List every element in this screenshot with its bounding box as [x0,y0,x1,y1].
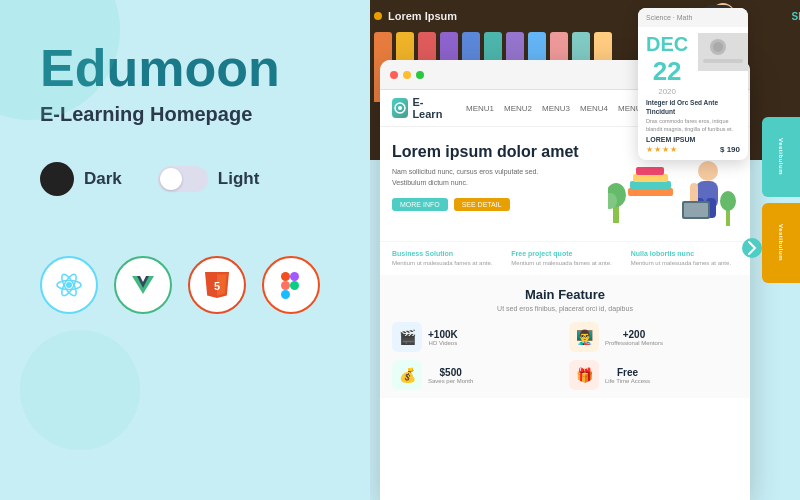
svg-rect-11 [281,290,290,299]
feature-label-2: Saves per Month [428,378,473,384]
feature-icon-0: 🎬 [392,322,422,352]
nav-items: MENU1 MENU2 MENU3 MENU4 MENU5 [466,104,646,113]
feature-text-3: Free Life Time Access [605,367,650,384]
float-card-image [698,33,748,71]
see-all-link[interactable]: SEE ALL → [792,11,800,22]
svg-point-24 [398,106,402,110]
toggle-switch[interactable] [158,166,208,192]
svg-point-16 [713,42,723,52]
float-card-heading: Integer id Orc Sed Ante Tincidunt [646,98,740,116]
stat-title-1: Free project quote [511,250,618,257]
left-panel: Edumoon E-Learning Homepage Dark Light [0,0,370,500]
feature-icon-1: 👨‍🏫 [569,322,599,352]
feature-count-0: +100K [428,329,458,340]
deco-circle-bottom [20,330,140,450]
feature-label-1: Proffessional Mentors [605,340,663,346]
deco-circle-top [0,0,120,120]
more-info-button[interactable]: MORE INFO [392,198,448,211]
float-card-day-num: 22 [646,56,688,87]
side-card-orange: Vestibulum [762,203,800,283]
toggle-knob [160,168,182,190]
stat-title-2: Nulla lobortis nunc [631,250,738,257]
svg-rect-26 [630,181,671,189]
feature-label-3: Life Time Access [605,378,650,384]
float-card-header: Science · Math [638,8,748,27]
dark-toggle-label: Dark [84,169,122,189]
brand-subtitle: E-Learning Homepage [40,103,340,126]
stat-item-1: Free project quote Mentium ut malesuada … [511,250,618,267]
svg-rect-28 [636,167,664,175]
svg-rect-9 [281,272,290,281]
float-card-lorem: LOREM IPSUM [646,136,740,143]
feature-item-1: 👨‍🏫 +200 Proffessional Mentors [569,322,738,352]
side-cards: Vestibulum Vestibulum [762,117,800,283]
elearn-logo-text: E-Learn [412,96,446,120]
nav-menu2[interactable]: MENU2 [504,104,532,113]
dark-toggle[interactable]: Dark [40,162,122,196]
right-arrow[interactable] [742,230,762,270]
float-card-category: Science · Math [646,14,692,21]
html5-icon[interactable]: 5 [188,256,246,314]
hero-buttons: MORE INFO SEE DETAIL [392,198,608,211]
browser-dot-yellow [403,71,411,79]
nav-menu3[interactable]: MENU3 [542,104,570,113]
feature-icon-2: 💰 [392,360,422,390]
main-feature-section: Main Feature Ut sed eros finibus, placer… [380,275,750,398]
stat-title-0: Business Solution [392,250,499,257]
hero-description: Nam sollicitud nunc, cursus eros vulputa… [392,167,572,188]
browser-dot-red [390,71,398,79]
right-panel: Lorem Ipsum SEE ALL → Science · Math DEC… [370,0,800,500]
light-toggle[interactable]: Light [158,166,260,192]
feature-label-0: HD Videos [428,340,458,346]
stat-desc-0: Mentium ut malesuada fames at ante. [392,259,499,267]
see-detail-button[interactable]: SEE DETAIL [454,198,510,211]
feature-title: Main Feature [392,287,738,302]
svg-rect-25 [628,188,673,196]
feature-text-1: +200 Proffessional Mentors [605,329,663,346]
theme-toggles: Dark Light [40,162,340,196]
light-toggle-label: Light [218,169,260,189]
dark-toggle-icon [40,162,74,196]
nav-menu4[interactable]: MENU4 [580,104,608,113]
feature-text-0: +100K HD Videos [428,329,458,346]
svg-point-32 [698,161,718,181]
svg-rect-27 [633,174,668,182]
float-card-stars: ★★★★ [646,145,678,154]
dot-icon [374,12,382,20]
svg-point-13 [290,281,299,290]
vue-icon[interactable] [114,256,172,314]
feature-text-2: $500 Saves per Month [428,367,473,384]
svg-rect-38 [684,203,708,217]
feature-count-3: Free [605,367,650,378]
react-icon[interactable] [40,256,98,314]
hero-text: Lorem ipsum dolor amet Nam sollicitud nu… [392,143,608,233]
feature-subtitle: Ut sed eros finibus, placerat orci id, d… [392,305,738,312]
stat-item-0: Business Solution Mentium ut malesuada f… [392,250,499,267]
svg-rect-17 [703,59,743,63]
svg-rect-12 [290,272,299,281]
feature-icon-3: 🎁 [569,360,599,390]
hero-title: Lorem ipsum dolor amet [392,143,608,161]
stat-desc-1: Mentium ut malesuada fames at ante. [511,259,618,267]
tech-icons-row: 5 [40,256,340,314]
stats-row: Business Solution Mentium ut malesuada f… [380,241,750,275]
float-card: Science · Math DEC 22 2020 Int [638,8,748,160]
feature-count-2: $500 [428,367,473,378]
float-card-price: $ 190 [720,145,740,154]
figma-icon[interactable] [262,256,320,314]
nav-menu1[interactable]: MENU1 [466,104,494,113]
float-card-year: 2020 [646,87,688,96]
svg-point-40 [720,191,736,211]
elearn-logo: E-Learn [392,96,446,120]
feature-grid: 🎬 +100K HD Videos 👨‍🏫 +200 Proffessional… [392,322,738,390]
svg-text:5: 5 [214,280,220,292]
side-card-teal: Vestibulum [762,117,800,197]
svg-point-41 [742,238,762,258]
browser-dot-green [416,71,424,79]
feature-item-0: 🎬 +100K HD Videos [392,322,561,352]
svg-point-0 [66,282,72,288]
feature-item-3: 🎁 Free Life Time Access [569,360,738,390]
svg-rect-10 [281,281,290,290]
elearn-logo-icon [392,98,408,118]
stat-desc-2: Mentium ut malesuada fames at ante. [631,259,738,267]
